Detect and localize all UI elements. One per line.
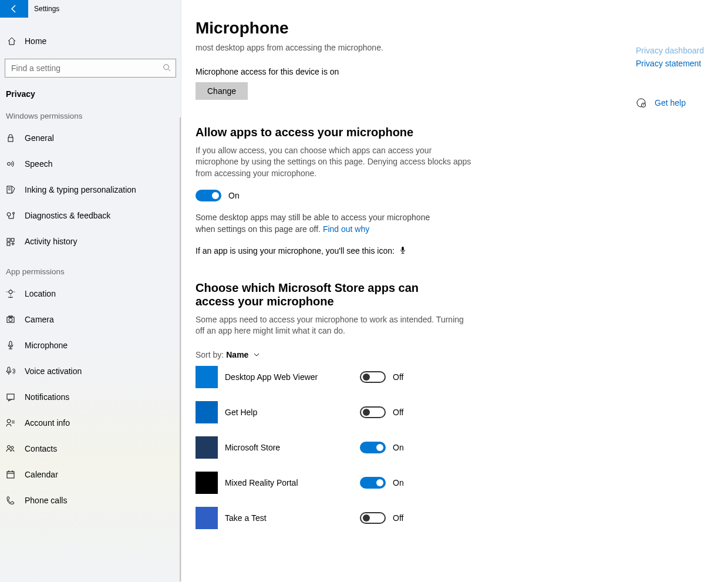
allow-heading: Allow apps to access your microphone [196,126,448,139]
app-icon [196,472,218,494]
intro-text: most desktop apps from accessing the mic… [196,42,471,54]
app-row: Get Help Off [196,395,636,430]
svg-point-7 [7,213,11,216]
choose-desc: Some apps need to access your microphone… [196,314,471,337]
group-app-permissions: App permissions [0,254,181,281]
window-title: Settings [28,5,59,13]
nav-speech[interactable]: Speech [0,151,181,177]
arrow-left-icon [9,4,19,14]
app-toggle-label: Off [393,372,403,382]
help-icon: ? [636,97,646,108]
app-icon [196,366,218,388]
nav-inking[interactable]: Inking & typing personalization [0,177,181,203]
svg-point-14 [9,290,12,294]
lock-icon [6,133,15,143]
privacy-statement-link[interactable]: Privacy statement [636,59,728,68]
search-wrap [0,54,181,82]
notifications-icon [6,392,15,402]
nav-phone-calls[interactable]: Phone calls [0,487,181,513]
microphone-icon [6,341,15,350]
find-out-why-link[interactable]: Find out why [323,224,369,234]
choose-heading: Choose which Microsoft Store apps can ac… [196,281,448,308]
app-toggle-label: Off [393,513,403,523]
nav-microphone[interactable]: Microphone [0,332,181,358]
svg-point-25 [11,446,14,449]
app-toggle[interactable] [360,512,386,524]
allow-toggle-label: On [228,191,240,200]
speech-icon [6,159,15,169]
allow-toggle[interactable] [196,190,221,201]
section-privacy-label: Privacy [0,82,181,99]
nav-account[interactable]: Account info [0,410,181,436]
app-row: Mixed Reality Portal On [196,465,636,500]
nav-general[interactable]: General [0,125,181,151]
desktop-apps-note: Some desktop apps may still be able to a… [196,212,448,235]
app-name: Mixed Reality Portal [225,478,360,487]
svg-text:?: ? [643,103,645,107]
main-content: Microphone most desktop apps from access… [181,0,728,582]
nav-diagnostics[interactable]: Diagnostics & feedback [0,203,181,228]
change-button[interactable]: Change [196,82,248,100]
app-row: Take a Test Off [196,500,636,536]
diagnostics-icon [6,211,15,220]
app-row: Microsoft Store On [196,430,636,465]
location-icon [6,289,15,298]
nav-location[interactable]: Location [0,281,181,307]
app-name: Take a Test [225,513,360,523]
app-toggle[interactable] [360,406,386,418]
nav-voice-activation[interactable]: Voice activation [0,358,181,384]
get-help[interactable]: ? Get help [636,97,728,108]
mic-in-use-icon [399,247,406,255]
privacy-dashboard-link[interactable]: Privacy dashboard [636,46,728,55]
search-box[interactable] [5,59,176,78]
allow-desc: If you allow access, you can choose whic… [196,145,471,180]
svg-point-24 [8,446,11,449]
svg-point-16 [9,318,12,322]
nav-home[interactable]: Home [0,28,181,54]
svg-rect-2 [8,137,13,142]
app-toggle[interactable] [360,442,386,453]
svg-rect-9 [7,238,10,241]
svg-rect-20 [7,394,14,399]
app-name: Microsoft Store [225,443,360,452]
app-toggle-label: On [393,443,404,452]
activity-icon [6,237,15,246]
app-toggle[interactable] [360,371,386,383]
sort-dropdown[interactable]: Sort by: Name [196,350,636,359]
svg-rect-30 [402,247,404,251]
app-icon [196,507,218,529]
sidebar: Settings Home Privacy Windows permission… [0,0,181,582]
in-use-note: If an app is using your microphone, you'… [196,246,636,255]
svg-rect-17 [9,316,12,317]
svg-point-8 [13,213,15,214]
search-input[interactable] [5,63,158,73]
right-column: Privacy dashboard Privacy statement ? Ge… [636,19,728,582]
app-icon [196,401,218,423]
svg-point-0 [164,64,169,69]
app-toggle-label: Off [393,408,403,417]
nav-contacts[interactable]: Contacts [0,436,181,462]
inking-icon [6,185,15,194]
app-toggle[interactable] [360,477,386,489]
camera-icon [6,315,15,324]
phone-icon [6,496,15,505]
page-title: Microphone [196,19,636,38]
device-status: Microphone access for this device is on [196,67,636,76]
app-row: Desktop App Web Viewer Off [196,359,636,395]
calendar-icon [6,470,15,479]
home-icon [7,36,16,46]
app-name: Get Help [225,408,360,417]
chevron-down-icon [253,351,260,358]
back-button[interactable] [0,0,28,18]
nav-camera[interactable]: Camera [0,307,181,332]
voice-activation-icon [6,366,15,376]
svg-rect-26 [7,472,14,478]
app-toggle-label: On [393,478,404,487]
sidebar-scrollbar[interactable] [180,117,181,581]
svg-rect-18 [9,341,12,346]
nav-calendar[interactable]: Calendar [0,462,181,487]
contacts-icon [6,444,15,453]
nav-notifications[interactable]: Notifications [0,384,181,410]
svg-point-3 [8,163,11,166]
nav-activity[interactable]: Activity history [0,228,181,254]
